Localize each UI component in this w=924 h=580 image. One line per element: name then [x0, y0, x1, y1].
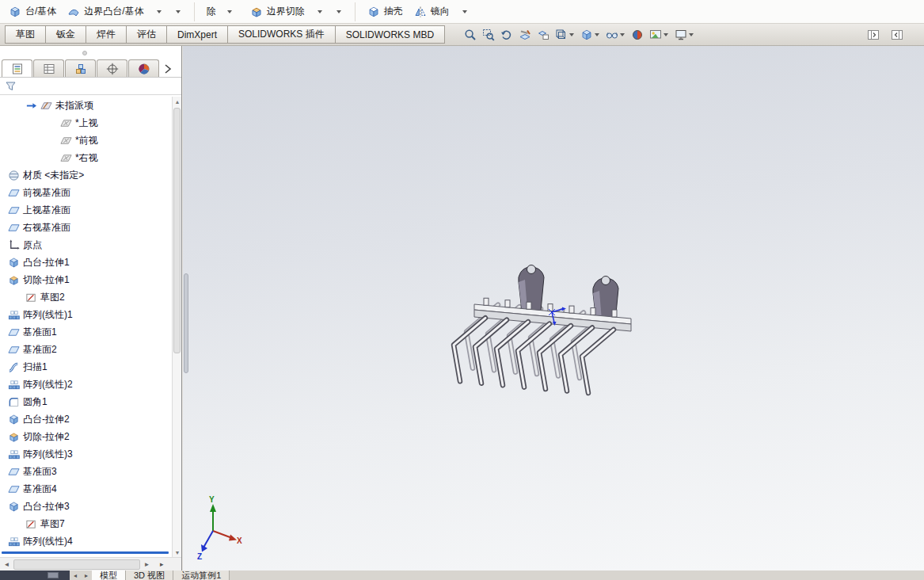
ribbon-button[interactable]: 边界凸台/基体 — [62, 2, 149, 21]
headsup-button[interactable] — [480, 25, 497, 44]
document-tab[interactable]: 模型 — [92, 570, 126, 580]
panel-splitter-strip[interactable] — [0, 46, 181, 59]
dropdown-caret-icon[interactable] — [176, 10, 181, 13]
headsup-button[interactable] — [647, 25, 671, 44]
tree-item[interactable]: *上视 — [0, 114, 172, 132]
dropdown-caret-icon[interactable] — [569, 33, 574, 36]
headsup-button[interactable] — [578, 25, 603, 44]
command-tab[interactable]: SOLIDWORKS MBD — [335, 25, 445, 44]
view-plane-icon — [60, 152, 72, 164]
tree-item[interactable]: 圆角1 — [0, 393, 172, 410]
pane-toggles — [865, 27, 905, 43]
document-tab[interactable]: 运动算例1 — [173, 570, 230, 580]
dropdown-caret-icon[interactable] — [620, 33, 625, 36]
tree-item[interactable]: 上视基准面 — [0, 201, 172, 219]
tree-item[interactable]: 前视基准面 — [0, 184, 172, 201]
tree-item[interactable]: 凸台-拉伸1 — [0, 254, 172, 271]
headsup-button[interactable] — [672, 25, 697, 44]
model-3d-rake-part[interactable]: Y X Z — [183, 46, 924, 570]
hide-show-items-icon — [606, 29, 618, 41]
tree-item[interactable]: 基准面2 — [0, 341, 172, 358]
panel-flyout-arrow-icon[interactable]: ▸ — [160, 560, 164, 568]
tab-scroll-right-icon[interactable]: ▸ — [81, 570, 92, 580]
tree-item[interactable]: 材质 <未指定> — [0, 166, 172, 184]
tree-item[interactable]: 切除-拉伸1 — [0, 271, 172, 288]
filter-funnel-icon — [5, 80, 17, 93]
tree-horizontal-scrollbar[interactable]: ◄ ► ▸ — [0, 557, 182, 570]
document-tab[interactable]: 3D 视图 — [126, 570, 173, 580]
tree-item[interactable]: 切除-拉伸2 — [0, 428, 172, 445]
tree-item-label: 切除-拉伸1 — [23, 273, 70, 287]
command-tab[interactable]: 评估 — [126, 25, 167, 44]
rollback-bar[interactable] — [2, 551, 169, 554]
headsup-button[interactable] — [553, 25, 577, 44]
tree-item[interactable]: 凸台-拉伸2 — [0, 410, 172, 428]
tree-item[interactable]: 阵列(线性)3 — [0, 445, 172, 463]
tree-vertical-scrollbar[interactable]: ▲ ▼ — [172, 97, 181, 557]
manager-tab-expand-button[interactable] — [161, 61, 175, 77]
command-tab[interactable]: DimXpert — [166, 25, 228, 44]
dynamic-annotation-icon — [537, 29, 549, 41]
manager-tab-strip — [0, 59, 181, 78]
command-tab[interactable]: 钣金 — [45, 25, 86, 44]
scroll-right-icon[interactable]: ► — [140, 558, 154, 570]
dropdown-caret-icon[interactable] — [664, 33, 668, 36]
command-tab[interactable]: 草图 — [5, 25, 46, 44]
tree-item[interactable]: 基准面4 — [0, 480, 172, 498]
tree-item-label: 凸台-拉伸3 — [23, 500, 70, 513]
tree-item[interactable]: 草图2 — [0, 288, 172, 306]
dimxpert-manager-tab[interactable] — [97, 59, 127, 77]
tree-item[interactable]: *右视 — [0, 149, 172, 166]
tree-item[interactable]: 草图7 — [0, 515, 172, 532]
dropdown-caret-icon[interactable] — [337, 10, 341, 13]
ribbon-button[interactable]: 台/基体 — [3, 2, 62, 21]
headsup-button[interactable] — [516, 25, 534, 44]
ribbon-separator — [194, 2, 195, 21]
tab-scroll-left-icon[interactable]: ◂ — [70, 570, 81, 580]
dropdown-caret-icon[interactable] — [318, 10, 322, 13]
ribbon-button[interactable]: 镜向 — [409, 2, 455, 21]
pane-toggle-button[interactable] — [865, 27, 881, 43]
horizontal-scroll-thumb[interactable] — [13, 559, 140, 570]
dropdown-caret-icon[interactable] — [157, 10, 162, 13]
tree-item[interactable]: 阵列(线性)4 — [0, 532, 172, 550]
tree-item[interactable]: 扫描1 — [0, 358, 172, 376]
tree-item[interactable]: 未指派项 — [0, 97, 172, 114]
tree-item[interactable]: 右视基准面 — [0, 219, 172, 236]
property-manager-tab[interactable] — [33, 59, 64, 77]
tree-filter-row[interactable] — [0, 78, 181, 95]
feature-manager-tab[interactable] — [2, 59, 32, 77]
tree-item[interactable]: 凸台-拉伸3 — [0, 498, 172, 515]
tree-item[interactable]: 基准面1 — [0, 323, 172, 341]
scroll-down-icon[interactable]: ▼ — [173, 548, 182, 557]
scroll-left-icon[interactable]: ◄ — [0, 558, 13, 570]
collapse-left-pane-icon — [867, 29, 880, 41]
tree-item[interactable]: 基准面3 — [0, 463, 172, 480]
command-tab[interactable]: SOLIDWORKS 插件 — [227, 25, 336, 44]
tree-item-label: 圆角1 — [23, 395, 48, 409]
dropdown-caret-icon[interactable] — [462, 10, 467, 13]
ribbon-button[interactable]: 抽壳 — [362, 2, 409, 21]
graphics-area[interactable]: Y X Z — [183, 46, 924, 570]
display-manager-tab[interactable] — [128, 59, 159, 77]
dropdown-caret-icon[interactable] — [595, 33, 599, 36]
tree-item[interactable]: *前视 — [0, 132, 172, 149]
tree-item[interactable]: 阵列(线性)2 — [0, 376, 172, 393]
headsup-button[interactable] — [534, 25, 552, 44]
tree-item[interactable]: 原点 — [0, 236, 172, 254]
pane-toggle-button[interactable] — [889, 27, 905, 43]
dropdown-caret-icon[interactable] — [689, 33, 694, 36]
vertical-scroll-thumb[interactable] — [173, 108, 181, 353]
headsup-button[interactable] — [498, 25, 515, 44]
dropdown-caret-icon[interactable] — [227, 10, 232, 13]
scroll-up-icon[interactable]: ▲ — [173, 97, 182, 106]
ribbon-button[interactable]: 除 — [201, 2, 245, 21]
headsup-button[interactable] — [603, 25, 628, 44]
tree-item[interactable]: 阵列(线性)1 — [0, 306, 172, 323]
headsup-button[interactable] — [462, 25, 479, 44]
ribbon-button[interactable]: 边界切除 — [245, 2, 310, 21]
command-tab[interactable]: 焊件 — [86, 25, 127, 44]
headsup-button[interactable] — [629, 25, 646, 44]
viewport-splitter-handle[interactable] — [184, 273, 188, 373]
configuration-manager-tab[interactable] — [65, 59, 96, 77]
